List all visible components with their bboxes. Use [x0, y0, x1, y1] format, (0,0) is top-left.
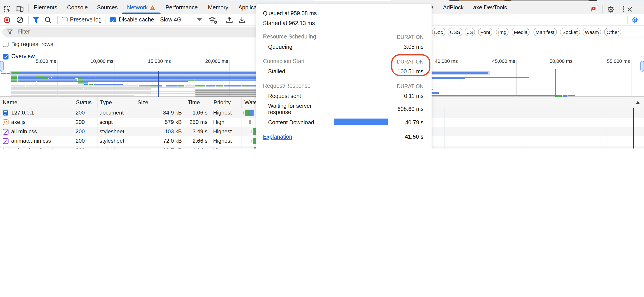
- svg-text:20,000 ms: 20,000 ms: [205, 58, 228, 64]
- svg-text:55,000 ms: 55,000 ms: [607, 58, 630, 64]
- svg-text:10,000 ms: 10,000 ms: [90, 58, 113, 64]
- svg-text:40,000 ms: 40,000 ms: [435, 58, 458, 64]
- svg-text:50,000 ms: 50,000 ms: [550, 58, 573, 64]
- svg-text:45,000 ms: 45,000 ms: [492, 58, 515, 64]
- svg-text:5,000 ms: 5,000 ms: [36, 58, 56, 64]
- svg-text:15,000 ms: 15,000 ms: [148, 58, 171, 64]
